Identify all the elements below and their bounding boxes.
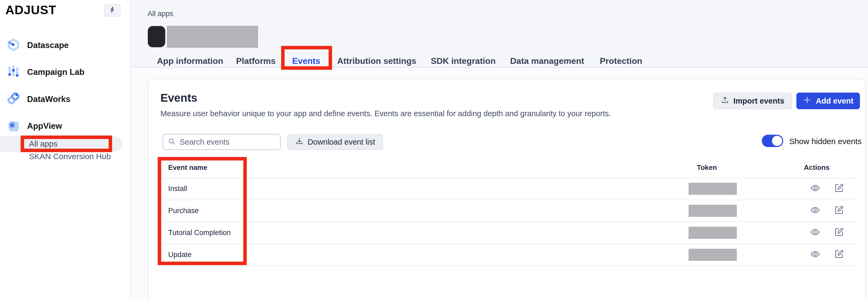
eye-icon <box>810 227 820 238</box>
page-description: Measure user behavior unique to your app… <box>160 109 611 118</box>
column-header-token: Token <box>697 163 717 172</box>
table-row-event-name: Purchase <box>168 205 199 217</box>
tab-events[interactable]: Events <box>292 55 320 67</box>
tab-events-label: Events <box>292 56 320 66</box>
table-row-event-name: Update <box>168 248 191 261</box>
datascape-icon <box>7 38 20 53</box>
eye-icon <box>810 249 820 260</box>
column-header-actions: Actions <box>804 163 829 172</box>
sidebar-selected-pill <box>0 136 123 152</box>
appview-icon <box>7 119 20 133</box>
sidebar-item-appview[interactable]: AppView <box>0 119 130 133</box>
edit-event-button[interactable] <box>833 249 845 261</box>
row-divider <box>157 200 859 200</box>
lightning-icon <box>109 6 116 14</box>
download-icon <box>295 137 303 147</box>
sidebar-item-campaign-lab[interactable]: Campaign Lab <box>0 65 130 80</box>
add-event-label: Add event <box>816 97 853 106</box>
token-redacted-bar <box>688 227 737 239</box>
edit-icon <box>834 205 844 216</box>
app-header: All apps App information Platforms Event… <box>130 0 868 68</box>
show-hidden-events-label: Show hidden events <box>789 135 862 148</box>
tab-protection[interactable]: Protection <box>600 55 642 67</box>
download-event-list-label: Download event list <box>308 138 375 147</box>
sidebar-item-label: AppView <box>27 121 62 131</box>
view-event-button[interactable] <box>809 205 821 216</box>
upload-icon <box>721 96 729 106</box>
view-event-button[interactable] <box>809 227 821 239</box>
plus-icon <box>803 96 811 106</box>
search-events-box <box>162 134 281 150</box>
sidebar: ADJUST Datascape <box>0 0 131 300</box>
main-content: Events Measure user behavior unique to y… <box>130 68 868 300</box>
sidebar-item-label: DataWorks <box>27 94 70 104</box>
download-event-list-button[interactable]: Download event list <box>287 134 383 150</box>
tab-attribution-settings[interactable]: Attribution settings <box>337 55 416 67</box>
adjust-dashboard: ADJUST Datascape <box>0 0 868 300</box>
view-event-button[interactable] <box>809 249 821 261</box>
token-redacted-bar <box>688 249 737 261</box>
sidebar-item-label: Campaign Lab <box>27 67 85 77</box>
add-event-button[interactable]: Add event <box>796 93 860 109</box>
eye-icon <box>810 205 820 216</box>
token-redacted-bar <box>688 183 737 195</box>
row-divider <box>157 244 859 244</box>
edit-event-button[interactable] <box>833 183 845 194</box>
row-divider <box>157 178 859 178</box>
tab-app-information[interactable]: App information <box>157 55 223 67</box>
edit-icon <box>834 183 844 194</box>
sidebar-item-label: Datascape <box>27 40 69 50</box>
table-row-event-name: Install <box>168 182 187 195</box>
search-icon <box>168 138 176 146</box>
row-divider <box>157 266 859 266</box>
toggle-knob <box>772 136 782 146</box>
breadcrumb[interactable]: All apps <box>148 10 173 18</box>
import-events-button[interactable]: Import events <box>713 93 792 109</box>
events-card: Events Measure user behavior unique to y… <box>148 79 866 300</box>
app-name-redacted-bar <box>167 26 258 48</box>
edit-event-button[interactable] <box>833 205 845 216</box>
sidebar-item-dataworks[interactable]: DataWorks <box>0 92 130 107</box>
app-icon-redacted <box>148 26 165 47</box>
quick-actions-button[interactable] <box>104 4 121 17</box>
campaign-lab-icon <box>7 65 20 80</box>
column-header-event-name: Event name <box>168 163 207 172</box>
search-input[interactable] <box>179 138 275 147</box>
sidebar-item-all-apps[interactable]: All apps <box>29 138 58 150</box>
tab-sdk-integration[interactable]: SDK integration <box>431 55 496 67</box>
import-events-label: Import events <box>733 97 784 106</box>
edit-icon <box>834 249 844 260</box>
table-row-event-name: Tutorial Completion <box>168 227 231 239</box>
page-title: Events <box>160 91 197 104</box>
tab-platforms[interactable]: Platforms <box>236 55 276 67</box>
row-divider <box>157 222 859 222</box>
show-hidden-events-toggle[interactable] <box>762 135 783 147</box>
adjust-logo: ADJUST <box>5 3 56 17</box>
token-redacted-bar <box>688 205 737 217</box>
dataworks-icon <box>7 92 20 107</box>
sidebar-item-skan-conversion-hub[interactable]: SKAN Conversion Hub <box>29 150 111 162</box>
view-event-button[interactable] <box>809 183 821 194</box>
eye-icon <box>810 183 820 194</box>
edit-event-button[interactable] <box>833 227 845 239</box>
sidebar-item-datascape[interactable]: Datascape <box>0 38 130 53</box>
edit-icon <box>834 227 844 238</box>
tab-data-management[interactable]: Data management <box>510 55 584 67</box>
